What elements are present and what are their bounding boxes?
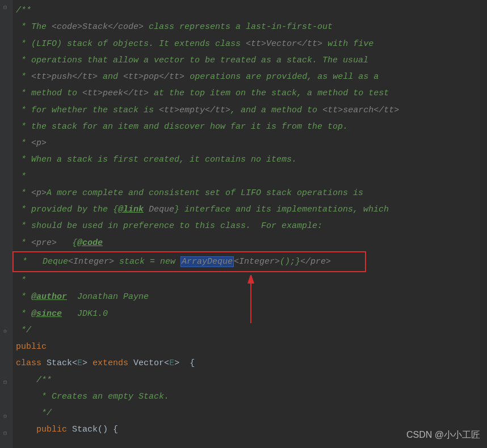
bracket: >	[174, 358, 184, 368]
javadoc-text: *	[16, 72, 31, 82]
javadoc-text: A more complete and consistent set of LI…	[47, 188, 363, 198]
fold-icon[interactable]: ⊖	[3, 326, 7, 337]
javadoc-text: * The	[16, 22, 52, 32]
javadoc-close: */	[16, 408, 52, 418]
doc-tag-author: @author	[31, 292, 67, 302]
author-name: Jonathan Payne	[67, 292, 149, 302]
html-tag: </code>	[108, 22, 144, 32]
javadoc-text: stack = new	[114, 257, 180, 267]
javadoc-open: /**	[16, 375, 52, 385]
bracket: >	[82, 358, 93, 368]
javadoc-text: *	[16, 238, 31, 248]
html-tag: <tt>	[123, 72, 144, 82]
code-ref: search	[343, 105, 373, 115]
bracket: <	[72, 358, 77, 368]
html-tag: </tt>	[72, 72, 98, 82]
fold-icon[interactable]: ⊟	[3, 428, 7, 439]
class-name: Vector	[133, 358, 164, 368]
javadoc-text: , and a method to	[230, 105, 322, 115]
javadoc-text: *	[16, 276, 26, 285]
javadoc-text: *	[16, 172, 26, 181]
selected-text: ArrayDeque	[180, 256, 234, 267]
fold-icon[interactable]: ⊟	[3, 377, 7, 388]
html-tag: <tt>	[31, 72, 52, 82]
code-ref: pop	[144, 72, 159, 82]
javadoc-text: * provided by the {	[16, 205, 118, 214]
code-editor[interactable]: /** * The <code>Stack</code> class repre…	[0, 0, 487, 438]
javadoc-text: {	[57, 238, 77, 248]
javadoc-text: * should be used in preference to this c…	[16, 221, 322, 231]
code-ref: <Integer>	[68, 257, 114, 267]
html-tag: <tt>	[246, 39, 266, 49]
javadoc-text: * When a stack is first created, it cont…	[16, 155, 297, 164]
javadoc-text: class represents a last-in-first-out	[144, 22, 333, 32]
watermark: CSDN @小小工匠	[406, 426, 480, 443]
javadoc-text: operations are provided, as well as a	[184, 72, 379, 82]
html-tag: </tt>	[123, 88, 149, 98]
code-ref: peek	[103, 88, 123, 98]
javadoc-close: */	[16, 326, 31, 335]
javadoc-text: ();}	[280, 257, 300, 267]
html-tag: <code>	[52, 22, 82, 32]
html-tag: <tt>	[322, 105, 343, 115]
javadoc-text: * Creates an empty Stack.	[16, 392, 169, 401]
code-ref: Stack	[82, 22, 108, 32]
javadoc-text: and	[98, 72, 123, 82]
code-ref: Vector	[266, 39, 297, 49]
html-tag: </tt>	[159, 72, 184, 82]
code-ref: push	[52, 72, 72, 82]
highlight-box: * Deque<Integer> stack = new ArrayDeque<…	[12, 251, 366, 272]
html-tag: </pre>	[300, 257, 331, 267]
bracket: <	[164, 358, 169, 368]
javadoc-text: * Deque	[17, 257, 68, 267]
javadoc-text: at the top item on the stack, a method t…	[149, 88, 389, 98]
javadoc-text: *	[16, 292, 31, 302]
code-ref: empty	[179, 105, 205, 115]
javadoc-open: /**	[16, 6, 31, 15]
editor-gutter: ⊟ ⊖ ⊟ ⊖ ⊟	[0, 0, 12, 448]
javadoc-text: * the stack for an item and discover how…	[16, 122, 348, 132]
doc-tag-code: @code	[77, 238, 103, 248]
keyword-public: public	[16, 342, 47, 352]
html-tag: </tt>	[205, 105, 230, 115]
keyword-extends: extends	[93, 358, 133, 368]
since-version: JDK1.0	[62, 309, 108, 319]
parens: () {	[98, 425, 118, 434]
javadoc-text: with five	[322, 39, 373, 49]
fold-icon[interactable]: ⊟	[3, 2, 7, 14]
type-param: E	[169, 358, 174, 368]
doc-tag-link: @link	[118, 205, 144, 214]
javadoc-text: *	[16, 188, 31, 198]
javadoc-text: *	[16, 138, 31, 148]
javadoc-text: } interface and its implementations, whi…	[174, 205, 389, 214]
keyword-public: public	[16, 425, 72, 434]
html-tag: <tt>	[159, 105, 179, 115]
code-ref: <Integer>	[234, 257, 280, 267]
html-tag: <tt>	[82, 88, 103, 98]
code-ref: Deque	[144, 205, 174, 214]
html-tag: </tt>	[373, 105, 399, 115]
type-param: E	[77, 358, 82, 368]
javadoc-text: * (LIFO) stack of objects. It extends cl…	[16, 39, 246, 49]
keyword-class: class	[16, 358, 47, 368]
html-tag: <pre>	[31, 238, 57, 248]
html-tag: <p>	[31, 138, 47, 148]
javadoc-text: * method to	[16, 88, 82, 98]
javadoc-text: * for whether the stack is	[16, 105, 159, 115]
class-name: Stack	[47, 358, 72, 368]
fold-icon[interactable]: ⊖	[3, 411, 7, 422]
html-tag: </tt>	[297, 39, 322, 49]
html-tag: <p>	[31, 188, 47, 198]
constructor-name: Stack	[72, 425, 98, 434]
doc-tag-since: @since	[31, 309, 62, 319]
bracket: {	[184, 358, 195, 368]
javadoc-text: * operations that allow a vector to be t…	[16, 56, 368, 65]
javadoc-text: *	[16, 309, 31, 319]
